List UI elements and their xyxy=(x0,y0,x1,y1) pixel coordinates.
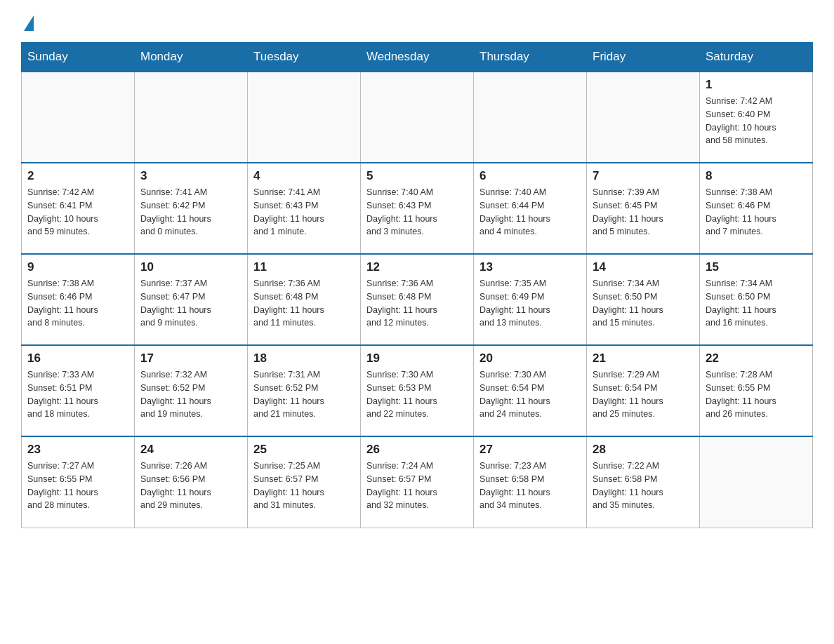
calendar-cell xyxy=(587,72,700,163)
calendar-cell xyxy=(474,72,587,163)
calendar-cell: 18Sunrise: 7:31 AM Sunset: 6:52 PM Dayli… xyxy=(248,345,361,436)
day-number: 6 xyxy=(479,169,581,183)
calendar-cell: 14Sunrise: 7:34 AM Sunset: 6:50 PM Dayli… xyxy=(587,254,700,345)
calendar-cell: 3Sunrise: 7:41 AM Sunset: 6:42 PM Daylig… xyxy=(135,163,248,254)
calendar-cell: 5Sunrise: 7:40 AM Sunset: 6:43 PM Daylig… xyxy=(361,163,474,254)
calendar-cell: 4Sunrise: 7:41 AM Sunset: 6:43 PM Daylig… xyxy=(248,163,361,254)
day-info: Sunrise: 7:36 AM Sunset: 6:48 PM Dayligh… xyxy=(366,277,468,330)
day-of-week-header: Friday xyxy=(587,43,700,72)
calendar-cell xyxy=(361,72,474,163)
day-info: Sunrise: 7:30 AM Sunset: 6:54 PM Dayligh… xyxy=(479,368,581,421)
day-of-week-header: Sunday xyxy=(22,43,135,72)
day-info: Sunrise: 7:31 AM Sunset: 6:52 PM Dayligh… xyxy=(253,368,355,421)
calendar-cell: 7Sunrise: 7:39 AM Sunset: 6:45 PM Daylig… xyxy=(587,163,700,254)
day-of-week-header: Monday xyxy=(135,43,248,72)
day-info: Sunrise: 7:42 AM Sunset: 6:40 PM Dayligh… xyxy=(706,95,807,147)
day-info: Sunrise: 7:37 AM Sunset: 6:47 PM Dayligh… xyxy=(140,277,241,330)
calendar-cell xyxy=(135,72,248,163)
day-number: 19 xyxy=(366,351,468,365)
day-info: Sunrise: 7:26 AM Sunset: 6:56 PM Dayligh… xyxy=(140,459,241,512)
calendar-header-row: SundayMondayTuesdayWednesdayThursdayFrid… xyxy=(22,43,813,72)
day-number: 21 xyxy=(593,351,694,365)
day-info: Sunrise: 7:41 AM Sunset: 6:42 PM Dayligh… xyxy=(140,186,241,239)
calendar-cell: 1Sunrise: 7:42 AM Sunset: 6:40 PM Daylig… xyxy=(700,72,813,163)
page-header xyxy=(21,14,813,28)
calendar-cell: 10Sunrise: 7:37 AM Sunset: 6:47 PM Dayli… xyxy=(135,254,248,345)
calendar-cell: 22Sunrise: 7:28 AM Sunset: 6:55 PM Dayli… xyxy=(700,345,813,436)
day-info: Sunrise: 7:23 AM Sunset: 6:58 PM Dayligh… xyxy=(479,459,581,512)
calendar-cell: 25Sunrise: 7:25 AM Sunset: 6:57 PM Dayli… xyxy=(248,436,361,528)
calendar-table: SundayMondayTuesdayWednesdayThursdayFrid… xyxy=(21,42,813,528)
day-number: 13 xyxy=(479,260,581,274)
calendar-week-row: 1Sunrise: 7:42 AM Sunset: 6:40 PM Daylig… xyxy=(22,72,813,163)
calendar-cell: 24Sunrise: 7:26 AM Sunset: 6:56 PM Dayli… xyxy=(135,436,248,528)
calendar-cell: 16Sunrise: 7:33 AM Sunset: 6:51 PM Dayli… xyxy=(22,345,135,436)
calendar-cell: 27Sunrise: 7:23 AM Sunset: 6:58 PM Dayli… xyxy=(474,436,587,528)
day-number: 14 xyxy=(593,260,694,274)
day-info: Sunrise: 7:28 AM Sunset: 6:55 PM Dayligh… xyxy=(706,368,807,421)
day-info: Sunrise: 7:30 AM Sunset: 6:53 PM Dayligh… xyxy=(366,368,468,421)
day-number: 5 xyxy=(366,169,468,183)
calendar-week-row: 23Sunrise: 7:27 AM Sunset: 6:55 PM Dayli… xyxy=(22,436,813,528)
day-number: 10 xyxy=(140,260,241,274)
day-info: Sunrise: 7:36 AM Sunset: 6:48 PM Dayligh… xyxy=(253,277,355,330)
day-number: 25 xyxy=(253,443,355,457)
day-info: Sunrise: 7:40 AM Sunset: 6:43 PM Dayligh… xyxy=(366,186,468,239)
day-info: Sunrise: 7:34 AM Sunset: 6:50 PM Dayligh… xyxy=(593,277,694,330)
day-number: 1 xyxy=(706,78,807,92)
day-info: Sunrise: 7:33 AM Sunset: 6:51 PM Dayligh… xyxy=(27,368,128,421)
day-of-week-header: Saturday xyxy=(700,43,813,72)
logo-triangle-icon xyxy=(24,15,34,31)
day-number: 7 xyxy=(593,169,694,183)
day-info: Sunrise: 7:35 AM Sunset: 6:49 PM Dayligh… xyxy=(479,277,581,330)
calendar-cell xyxy=(248,72,361,163)
day-info: Sunrise: 7:38 AM Sunset: 6:46 PM Dayligh… xyxy=(27,277,128,330)
day-number: 12 xyxy=(366,260,468,274)
day-number: 24 xyxy=(140,443,241,457)
day-info: Sunrise: 7:41 AM Sunset: 6:43 PM Dayligh… xyxy=(253,186,355,239)
day-number: 23 xyxy=(27,443,128,457)
day-number: 15 xyxy=(706,260,807,274)
day-info: Sunrise: 7:27 AM Sunset: 6:55 PM Dayligh… xyxy=(27,459,128,512)
day-number: 20 xyxy=(479,351,581,365)
calendar-cell: 28Sunrise: 7:22 AM Sunset: 6:58 PM Dayli… xyxy=(587,436,700,528)
day-info: Sunrise: 7:22 AM Sunset: 6:58 PM Dayligh… xyxy=(593,459,694,512)
day-number: 11 xyxy=(253,260,355,274)
calendar-cell: 6Sunrise: 7:40 AM Sunset: 6:44 PM Daylig… xyxy=(474,163,587,254)
logo xyxy=(21,14,34,28)
day-info: Sunrise: 7:25 AM Sunset: 6:57 PM Dayligh… xyxy=(253,459,355,512)
day-of-week-header: Wednesday xyxy=(361,43,474,72)
calendar-cell: 15Sunrise: 7:34 AM Sunset: 6:50 PM Dayli… xyxy=(700,254,813,345)
calendar-week-row: 2Sunrise: 7:42 AM Sunset: 6:41 PM Daylig… xyxy=(22,163,813,254)
day-info: Sunrise: 7:40 AM Sunset: 6:44 PM Dayligh… xyxy=(479,186,581,239)
day-number: 18 xyxy=(253,351,355,365)
calendar-cell: 20Sunrise: 7:30 AM Sunset: 6:54 PM Dayli… xyxy=(474,345,587,436)
day-info: Sunrise: 7:39 AM Sunset: 6:45 PM Dayligh… xyxy=(593,186,694,239)
day-number: 3 xyxy=(140,169,241,183)
calendar-cell: 13Sunrise: 7:35 AM Sunset: 6:49 PM Dayli… xyxy=(474,254,587,345)
day-number: 4 xyxy=(253,169,355,183)
day-info: Sunrise: 7:24 AM Sunset: 6:57 PM Dayligh… xyxy=(366,459,468,512)
calendar-cell: 12Sunrise: 7:36 AM Sunset: 6:48 PM Dayli… xyxy=(361,254,474,345)
day-number: 28 xyxy=(593,443,694,457)
calendar-cell: 2Sunrise: 7:42 AM Sunset: 6:41 PM Daylig… xyxy=(22,163,135,254)
calendar-cell: 21Sunrise: 7:29 AM Sunset: 6:54 PM Dayli… xyxy=(587,345,700,436)
calendar-cell: 17Sunrise: 7:32 AM Sunset: 6:52 PM Dayli… xyxy=(135,345,248,436)
day-info: Sunrise: 7:29 AM Sunset: 6:54 PM Dayligh… xyxy=(593,368,694,421)
calendar-cell: 11Sunrise: 7:36 AM Sunset: 6:48 PM Dayli… xyxy=(248,254,361,345)
calendar-week-row: 16Sunrise: 7:33 AM Sunset: 6:51 PM Dayli… xyxy=(22,345,813,436)
calendar-cell: 8Sunrise: 7:38 AM Sunset: 6:46 PM Daylig… xyxy=(700,163,813,254)
day-number: 16 xyxy=(27,351,128,365)
calendar-cell xyxy=(700,436,813,528)
day-info: Sunrise: 7:42 AM Sunset: 6:41 PM Dayligh… xyxy=(27,186,128,239)
day-number: 26 xyxy=(366,443,468,457)
day-number: 17 xyxy=(140,351,241,365)
day-number: 8 xyxy=(706,169,807,183)
day-number: 27 xyxy=(479,443,581,457)
day-info: Sunrise: 7:38 AM Sunset: 6:46 PM Dayligh… xyxy=(706,186,807,239)
calendar-cell: 26Sunrise: 7:24 AM Sunset: 6:57 PM Dayli… xyxy=(361,436,474,528)
day-number: 22 xyxy=(706,351,807,365)
calendar-cell xyxy=(22,72,135,163)
day-number: 9 xyxy=(27,260,128,274)
day-info: Sunrise: 7:34 AM Sunset: 6:50 PM Dayligh… xyxy=(706,277,807,330)
